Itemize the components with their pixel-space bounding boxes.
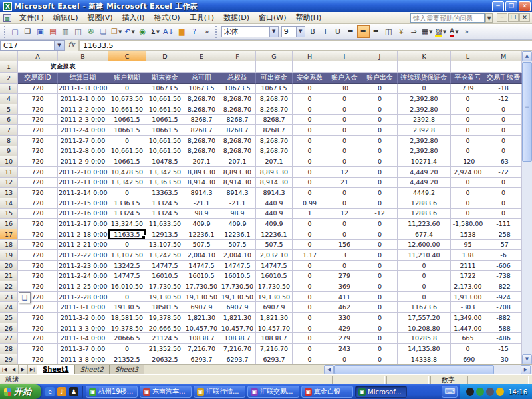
print-preview-button[interactable]: ◫ xyxy=(72,25,84,38)
font-name-select[interactable]: 宋体 ▼ xyxy=(221,26,279,37)
cell[interactable]: 12913.5 xyxy=(146,229,184,240)
cell[interactable]: 8,268.70 xyxy=(184,136,219,146)
chevron-down-icon[interactable]: ▼ xyxy=(443,29,446,35)
cell[interactable]: 0 xyxy=(108,84,146,94)
cell[interactable]: 19,378.50 xyxy=(108,323,146,334)
undo-button[interactable]: ↶▼ xyxy=(123,25,136,38)
cell[interactable]: 0 xyxy=(362,125,398,136)
cell[interactable]: 0 xyxy=(362,167,398,178)
cell[interactable] xyxy=(451,61,485,73)
font-color-button[interactable]: A▼ xyxy=(448,25,460,38)
menu-item-O[interactable]: 格式(O) xyxy=(149,11,184,24)
cell[interactable]: 8,268.70 xyxy=(219,136,256,146)
cell[interactable]: -21.1 xyxy=(219,198,256,209)
cell[interactable]: 10661.5 xyxy=(108,125,146,136)
cell[interactable]: 13324.5 xyxy=(146,198,184,209)
cell[interactable]: 1,447.00 xyxy=(451,323,485,334)
cell[interactable]: 13,342.50 xyxy=(108,178,146,188)
cell[interactable]: 4,449.20 xyxy=(398,167,451,178)
cell[interactable]: 8268.7 xyxy=(256,125,293,136)
cell[interactable]: 0 xyxy=(451,104,485,115)
cell[interactable]: 0 xyxy=(485,178,522,188)
cell[interactable]: 8,914.30 xyxy=(256,178,293,188)
cell[interactable]: 0 xyxy=(362,229,398,240)
cell[interactable]: 19,378.50 xyxy=(146,313,184,323)
underline-button[interactable]: U xyxy=(332,25,344,38)
cell[interactable]: -882 xyxy=(485,313,522,323)
cell[interactable]: 8,893.30 xyxy=(219,167,256,178)
row-header-11[interactable]: 11 xyxy=(0,167,18,178)
cell[interactable]: 0 xyxy=(362,313,398,323)
cell[interactable] xyxy=(327,61,362,73)
cell[interactable]: 0 xyxy=(485,188,522,198)
cell[interactable]: 10,457.70 xyxy=(256,323,293,334)
row-header-26[interactable]: 26 xyxy=(0,323,18,334)
cell[interactable]: 98.9 xyxy=(219,209,256,219)
coin-tray-icon[interactable]: ● xyxy=(496,388,504,396)
cell[interactable]: 156 xyxy=(327,240,362,251)
start-button[interactable]: 开始 xyxy=(0,384,41,399)
cell[interactable]: 16010.5 xyxy=(146,271,184,281)
cell[interactable]: 2,392.80 xyxy=(398,104,451,115)
increase-indent-button[interactable]: ⇒ xyxy=(408,25,420,38)
cell[interactable]: 207.1 xyxy=(184,156,219,167)
cell[interactable]: 13,107.50 xyxy=(146,240,184,251)
cell[interactable]: 720 xyxy=(18,354,58,364)
cell[interactable]: 243 xyxy=(327,344,362,354)
cell[interactable]: -1,580.00 xyxy=(451,219,485,229)
help-dropdown-icon[interactable]: ▼ xyxy=(485,13,493,23)
cell[interactable]: 2111 xyxy=(451,261,485,271)
cell[interactable]: 0 xyxy=(451,125,485,136)
cell[interactable]: 0 xyxy=(398,271,451,281)
vertical-scrollbar[interactable]: ▲ ▼ xyxy=(522,51,532,364)
cell[interactable]: 0 xyxy=(362,292,398,303)
cell[interactable] xyxy=(362,61,398,73)
chevron-down-icon[interactable]: ▼ xyxy=(131,29,134,35)
cell[interactable]: 10838.7 xyxy=(184,333,219,344)
column-title-cell[interactable]: 平仓盈亏 xyxy=(451,73,485,84)
cell[interactable]: 0 xyxy=(327,198,362,209)
record-tray-icon[interactable]: ● xyxy=(486,388,494,396)
cell[interactable]: 0 xyxy=(293,115,327,126)
paste-options-button[interactable]: ❑ xyxy=(19,292,31,303)
cell[interactable]: 720 xyxy=(18,156,58,167)
cell[interactable]: 0 xyxy=(398,84,451,94)
cell[interactable]: 2011-2-9 0:00 xyxy=(58,156,108,167)
cell[interactable]: 2011-2-1 0:00 xyxy=(58,94,108,104)
cell[interactable]: 8268.7 xyxy=(219,115,256,126)
row-header-17[interactable]: 17 xyxy=(0,229,18,240)
media-quicklaunch-icon[interactable]: ♪ xyxy=(57,387,66,396)
cell[interactable]: 0 xyxy=(362,250,398,261)
cell[interactable]: 10673.5 xyxy=(184,84,219,94)
cell[interactable]: 0 xyxy=(108,136,146,146)
cell[interactable]: 10,457.70 xyxy=(219,323,256,334)
cell[interactable]: 8914.3 xyxy=(184,188,219,198)
row-header-10[interactable]: 10 xyxy=(0,156,18,167)
taskbar-task-button[interactable]: ▣Microsof... xyxy=(355,386,407,398)
menu-item-H[interactable]: 帮助(H) xyxy=(291,11,327,24)
column-title-cell[interactable]: 交易手续费 xyxy=(485,73,522,84)
sort-ascending-button[interactable]: A↓ xyxy=(162,25,176,38)
menu-item-E[interactable]: 编辑(E) xyxy=(49,11,83,24)
column-title-cell[interactable]: 连续现货保证金 xyxy=(398,73,451,84)
cell[interactable]: 0 xyxy=(451,115,485,126)
cell[interactable]: 21,352.50 xyxy=(146,344,184,354)
cell[interactable]: 7,216.70 xyxy=(219,344,256,354)
cell[interactable] xyxy=(485,61,522,73)
cell[interactable]: 429 xyxy=(327,323,362,334)
vertical-scroll-thumb[interactable] xyxy=(522,62,532,162)
row-header-19[interactable]: 19 xyxy=(0,250,18,261)
cell[interactable]: -57 xyxy=(485,240,522,251)
cell[interactable]: 2,924.00 xyxy=(451,167,485,178)
cell[interactable]: 8268.7 xyxy=(184,115,219,126)
menu-item-D[interactable]: 数据(D) xyxy=(219,11,254,24)
cell[interactable]: -72 xyxy=(485,167,522,178)
cell[interactable]: 720 xyxy=(18,115,58,126)
cell[interactable]: 0 xyxy=(327,125,362,136)
column-header-H[interactable]: H xyxy=(293,51,327,61)
cell[interactable]: 21124.5 xyxy=(146,333,184,344)
taskbar-task-button[interactable]: ▣真金白银 xyxy=(301,386,353,398)
cell[interactable]: 0 xyxy=(362,84,398,94)
column-title-cell[interactable]: 期末资金 xyxy=(146,73,184,84)
cell[interactable]: -30 xyxy=(485,354,522,364)
